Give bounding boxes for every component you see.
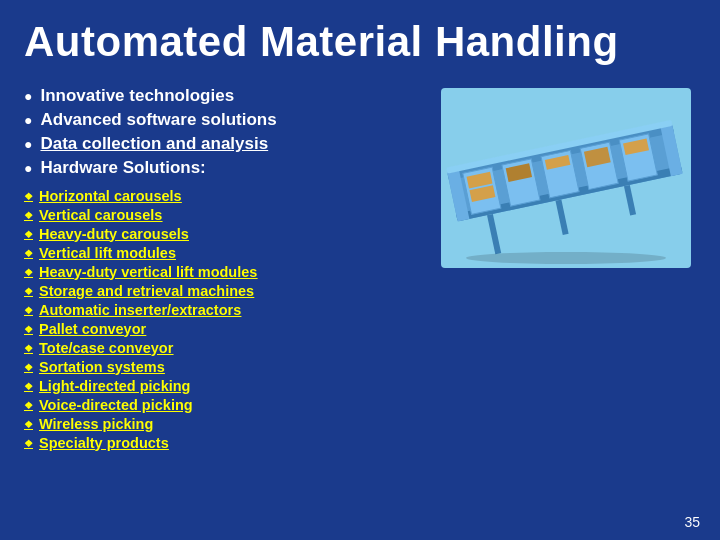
title-bar: Automated Material Handling	[0, 0, 720, 76]
main-bullet-2: Advanced software solutions	[24, 108, 416, 132]
main-bullet-1: Innovative technologies	[24, 84, 416, 108]
conveyor-image	[441, 88, 691, 268]
sub-bullet-10: Sortation systems	[24, 357, 416, 376]
sub-bullet-11: Light-directed picking	[24, 376, 416, 395]
main-bullet-list: Innovative technologies Advanced softwar…	[24, 84, 416, 180]
sub-bullet-1: Horizontal carousels	[24, 186, 416, 205]
slide-title: Automated Material Handling	[24, 18, 696, 66]
sub-bullet-4: Vertical lift modules	[24, 243, 416, 262]
sub-bullet-12: Voice-directed picking	[24, 395, 416, 414]
slide: Automated Material Handling Innovative t…	[0, 0, 720, 540]
right-image-area	[436, 84, 696, 452]
sub-bullet-8: Pallet conveyor	[24, 319, 416, 338]
svg-point-21	[466, 252, 666, 264]
sub-bullet-2: Vertical carousels	[24, 205, 416, 224]
sub-bullet-13: Wireless picking	[24, 414, 416, 433]
sub-bullet-5: Heavy-duty vertical lift modules	[24, 262, 416, 281]
left-content: Innovative technologies Advanced softwar…	[24, 84, 416, 452]
sub-bullet-14: Specialty products	[24, 433, 416, 452]
slide-number: 35	[684, 514, 700, 530]
sub-bullet-6: Storage and retrieval machines	[24, 281, 416, 300]
sub-bullet-list: Horizontal carousels Vertical carousels …	[24, 186, 416, 452]
main-bullet-4: Hardware Solutions:	[24, 156, 416, 180]
content-area: Innovative technologies Advanced softwar…	[0, 76, 720, 452]
main-bullet-3: Data collection and analysis	[24, 132, 416, 156]
sub-bullet-7: Automatic inserter/extractors	[24, 300, 416, 319]
sub-bullet-9: Tote/case conveyor	[24, 338, 416, 357]
sub-bullet-3: Heavy-duty carousels	[24, 224, 416, 243]
